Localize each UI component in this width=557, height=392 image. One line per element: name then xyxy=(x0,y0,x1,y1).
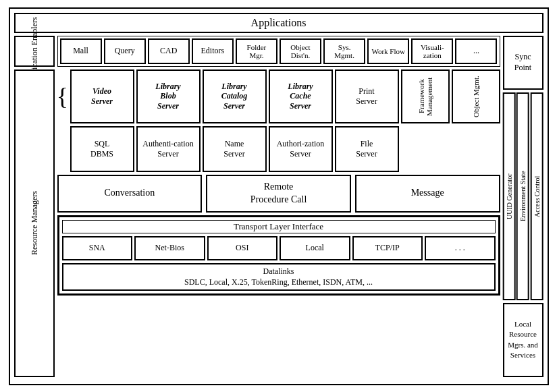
enabler-workflow: Work Flow xyxy=(367,38,409,64)
enabler-query: Query xyxy=(104,38,146,64)
uuid-generator-label: UUID Generator xyxy=(503,92,516,300)
server-sql: SQLDBMS xyxy=(70,126,134,172)
local-resource-label: Local Resource Mgrs. and Services xyxy=(503,303,543,377)
enabler-folder: Folder Mgr. xyxy=(236,38,277,64)
transport-more: . . . xyxy=(425,236,496,260)
applications-box: Applications xyxy=(14,13,543,33)
resource-managers-label: Resource Managers xyxy=(14,69,55,377)
server-authz: Authori-zation Server xyxy=(269,126,333,172)
server-name: NameServer xyxy=(203,126,267,172)
transport-osi: OSI xyxy=(207,236,278,260)
enabler-visualization: Visuali-zation xyxy=(411,38,453,64)
brace-icon: { xyxy=(57,69,68,123)
enabler-mall: Mall xyxy=(60,38,102,64)
conversation-row: Conversation RemoteProcedure Call Messag… xyxy=(57,175,500,213)
datalinks-text: SDLC, Local, X.25, TokenRing, Ethernet, … xyxy=(65,277,492,287)
transport-sna: SNA xyxy=(62,236,133,260)
diagram-container: Applications Application Enablers Resour… xyxy=(9,7,549,385)
enabler-more: ... xyxy=(455,38,497,64)
message-box: Message xyxy=(355,175,500,213)
access-control-label: Access Control xyxy=(531,92,543,300)
enabler-sys: Sys. Mgmt. xyxy=(323,38,365,64)
transport-netbios: Net-Bios xyxy=(134,236,205,260)
transport-label: Transport Layer Interface xyxy=(62,220,496,233)
framework-mgmt-box: Framework Management xyxy=(401,69,450,123)
enabler-cad: CAD xyxy=(148,38,190,64)
object-mgmt-box: Object Mgmt. xyxy=(452,69,500,123)
enabler-object: Object Dist'n. xyxy=(280,38,321,64)
datalinks-box: Datalinks SDLC, Local, X.25, TokenRing, … xyxy=(62,263,496,291)
datalinks-title: Datalinks xyxy=(65,267,492,277)
environment-state-label: Environment State xyxy=(516,92,529,300)
transport-local: Local xyxy=(280,236,350,260)
left-labels: Application Enablers Resource Managers xyxy=(14,36,55,377)
enabler-editors: Editors xyxy=(192,38,234,64)
transport-area: Transport Layer Interface SNA Net-Bios O… xyxy=(57,215,500,296)
server-library-blob: LibraryBlobServer xyxy=(136,69,201,123)
server-library-catalog: LibraryCatalogServer xyxy=(203,69,267,123)
server-file: FileServer xyxy=(335,126,399,172)
right-labels: SyncPoint UUID Generator Environment Sta… xyxy=(503,36,543,377)
server-auth: Authenti-cation Server xyxy=(136,126,201,172)
server-library-cache: LibraryCacheServer xyxy=(269,69,333,123)
conversation-box: Conversation xyxy=(57,175,203,213)
transport-row: SNA Net-Bios OSI Local TCP/IP . . . xyxy=(62,236,496,260)
rpc-box: RemoteProcedure Call xyxy=(206,175,351,213)
app-enablers-label: Application Enablers xyxy=(14,36,55,67)
object-mgmt-col: Object Mgmt. xyxy=(452,69,500,123)
server-print: PrintServer xyxy=(335,69,399,123)
app-enablers-row: Mall Query CAD Editors Folder Mgr. Objec… xyxy=(57,36,500,67)
center-content: Mall Query CAD Editors Folder Mgr. Objec… xyxy=(57,36,500,377)
applications-title: Applications xyxy=(251,17,307,28)
transport-tcpip: TCP/IP xyxy=(352,236,423,260)
main-layout: Application Enablers Resource Managers M… xyxy=(14,36,543,377)
sync-point-box: SyncPoint xyxy=(503,36,543,90)
resource-managers-area: { VideoServer LibraryBlobServer LibraryC… xyxy=(57,69,500,377)
framework-obj-col: Framework Management xyxy=(401,69,450,123)
right-stacked-labels: UUID Generator Environment State Access … xyxy=(503,92,543,300)
server-video: VideoServer xyxy=(70,69,134,123)
